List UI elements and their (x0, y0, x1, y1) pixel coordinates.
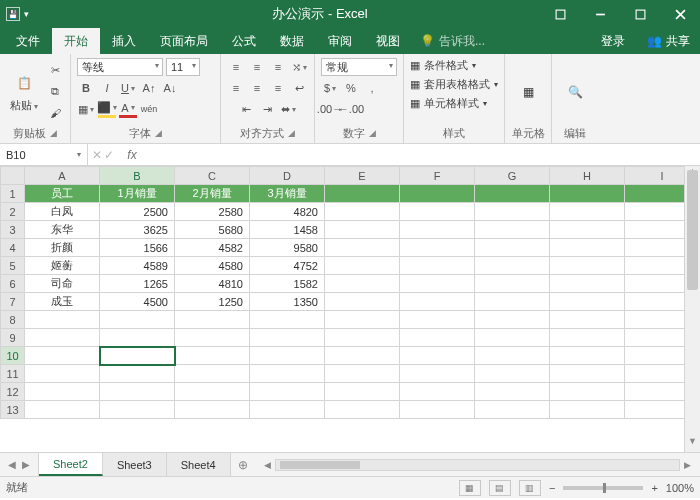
cell-A1[interactable]: 员工 (25, 185, 100, 203)
cell-G11[interactable] (475, 365, 550, 383)
paste-button[interactable]: 📋 粘贴 (6, 70, 42, 113)
cell-H3[interactable] (550, 221, 625, 239)
select-all-corner[interactable] (1, 167, 25, 185)
cell-B2[interactable]: 2500 (100, 203, 175, 221)
row-header-13[interactable]: 13 (1, 401, 25, 419)
cell-A13[interactable] (25, 401, 100, 419)
row-header-9[interactable]: 9 (1, 329, 25, 347)
cell-B6[interactable]: 1265 (100, 275, 175, 293)
horizontal-scrollbar[interactable]: ◀ ▶ (261, 456, 694, 473)
cell-F2[interactable] (400, 203, 475, 221)
font-launcher-icon[interactable]: ◢ (155, 128, 162, 138)
align-top-icon[interactable]: ≡ (227, 58, 245, 76)
cell-C4[interactable]: 4582 (175, 239, 250, 257)
decrease-decimal-icon[interactable]: ←.00 (342, 100, 360, 118)
cell-H5[interactable] (550, 257, 625, 275)
horizontal-scroll-thumb[interactable] (280, 461, 360, 469)
align-middle-icon[interactable]: ≡ (248, 58, 266, 76)
cell-E6[interactable] (325, 275, 400, 293)
cell-B8[interactable] (100, 311, 175, 329)
cell-I12[interactable] (625, 383, 685, 401)
row-header-1[interactable]: 1 (1, 185, 25, 203)
cell-D4[interactable]: 9580 (250, 239, 325, 257)
close-button[interactable] (660, 0, 700, 28)
cell-styles-button[interactable]: ▦单元格样式▾ (410, 96, 487, 111)
font-size-combo[interactable]: 11 (166, 58, 200, 76)
increase-indent-icon[interactable]: ⇥ (259, 100, 277, 118)
fill-color-button[interactable]: ⬛ (98, 100, 116, 118)
align-right-icon[interactable]: ≡ (269, 79, 287, 97)
tab-formulas[interactable]: 公式 (220, 28, 268, 54)
wrap-text-icon[interactable]: ↩ (290, 79, 308, 97)
vertical-scroll-thumb[interactable] (687, 170, 698, 290)
cell-G13[interactable] (475, 401, 550, 419)
scroll-down-icon[interactable]: ▼ (685, 436, 700, 452)
phonetic-button[interactable]: wén (140, 100, 158, 118)
zoom-in-icon[interactable]: + (651, 482, 657, 494)
cell-C10[interactable] (175, 347, 250, 365)
cell-A12[interactable] (25, 383, 100, 401)
tab-review[interactable]: 审阅 (316, 28, 364, 54)
cell-C7[interactable]: 1250 (175, 293, 250, 311)
cell-C11[interactable] (175, 365, 250, 383)
cell-H6[interactable] (550, 275, 625, 293)
accounting-format-icon[interactable]: $ (321, 79, 339, 97)
cell-G3[interactable] (475, 221, 550, 239)
number-launcher-icon[interactable]: ◢ (369, 128, 376, 138)
format-painter-icon[interactable]: 🖌 (46, 104, 64, 122)
sheet-next-icon[interactable]: ▶ (22, 459, 30, 470)
cell-C12[interactable] (175, 383, 250, 401)
cell-I11[interactable] (625, 365, 685, 383)
italic-button[interactable]: I (98, 79, 116, 97)
cell-H11[interactable] (550, 365, 625, 383)
cell-G7[interactable] (475, 293, 550, 311)
minimize-button[interactable] (580, 0, 620, 28)
cell-C9[interactable] (175, 329, 250, 347)
cell-I4[interactable] (625, 239, 685, 257)
tab-home[interactable]: 开始 (52, 28, 100, 54)
row-header-4[interactable]: 4 (1, 239, 25, 257)
column-header-E[interactable]: E (325, 167, 400, 185)
align-left-icon[interactable]: ≡ (227, 79, 245, 97)
cell-G1[interactable] (475, 185, 550, 203)
column-header-D[interactable]: D (250, 167, 325, 185)
merge-button[interactable]: ⬌ (280, 100, 298, 118)
cell-B12[interactable] (100, 383, 175, 401)
cell-H7[interactable] (550, 293, 625, 311)
save-icon[interactable]: 💾 (6, 7, 20, 21)
column-header-F[interactable]: F (400, 167, 475, 185)
row-header-5[interactable]: 5 (1, 257, 25, 275)
cell-E2[interactable] (325, 203, 400, 221)
cell-D11[interactable] (250, 365, 325, 383)
scroll-left-icon[interactable]: ◀ (261, 460, 275, 470)
login-link[interactable]: 登录 (589, 28, 637, 54)
tab-page-layout[interactable]: 页面布局 (148, 28, 220, 54)
cell-F6[interactable] (400, 275, 475, 293)
format-as-table-button[interactable]: ▦套用表格格式▾ (410, 77, 498, 92)
cell-H1[interactable] (550, 185, 625, 203)
cell-E10[interactable] (325, 347, 400, 365)
column-header-C[interactable]: C (175, 167, 250, 185)
increase-decimal-icon[interactable]: .00→ (321, 100, 339, 118)
cell-H9[interactable] (550, 329, 625, 347)
zoom-slider[interactable] (563, 486, 643, 490)
cell-A11[interactable] (25, 365, 100, 383)
cell-D2[interactable]: 4820 (250, 203, 325, 221)
cell-A10[interactable] (25, 347, 100, 365)
tell-me[interactable]: 💡告诉我... (420, 28, 485, 54)
sheet-nav[interactable]: ◀▶ (0, 453, 39, 476)
font-color-button[interactable]: A (119, 100, 137, 118)
cell-A6[interactable]: 司命 (25, 275, 100, 293)
cell-E4[interactable] (325, 239, 400, 257)
cell-G4[interactable] (475, 239, 550, 257)
column-header-B[interactable]: B (100, 167, 175, 185)
cell-A7[interactable]: 成玉 (25, 293, 100, 311)
cell-B1[interactable]: 1月销量 (100, 185, 175, 203)
cell-F9[interactable] (400, 329, 475, 347)
zoom-out-icon[interactable]: − (549, 482, 555, 494)
border-button[interactable]: ▦ (77, 100, 95, 118)
cell-C5[interactable]: 4580 (175, 257, 250, 275)
cell-G6[interactable] (475, 275, 550, 293)
cell-I8[interactable] (625, 311, 685, 329)
cell-H13[interactable] (550, 401, 625, 419)
